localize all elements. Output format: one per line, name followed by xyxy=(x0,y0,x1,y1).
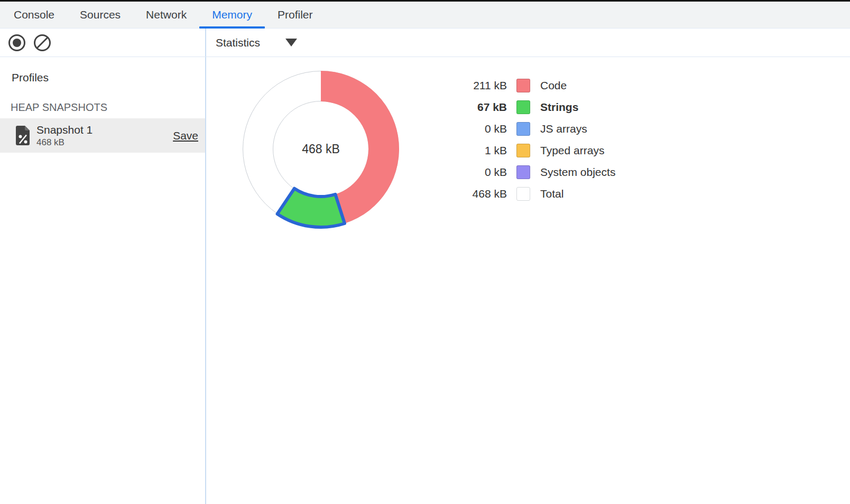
total-swatch-icon xyxy=(516,187,530,201)
perspective-select[interactable]: Statistics xyxy=(216,36,297,49)
heap-snapshots-section-label: HEAP SNAPSHOTS xyxy=(11,100,205,114)
tab-label: Profiler xyxy=(278,8,313,21)
legend-value: 67 kB xyxy=(433,101,507,114)
snapshot-size: 468 kB xyxy=(36,137,173,148)
typed-arrays-swatch-icon xyxy=(516,144,530,157)
legend-label: Total xyxy=(540,188,563,200)
legend-row-strings[interactable]: 67 kB Strings xyxy=(433,96,615,118)
heap-snapshot-document-icon xyxy=(15,125,31,146)
snapshot-name: Snapshot 1 xyxy=(36,123,173,137)
perspective-select-value: Statistics xyxy=(216,36,260,49)
snapshot-item[interactable]: Snapshot 1 468 kB Save xyxy=(0,118,205,153)
legend-value: 0 kB xyxy=(433,123,507,135)
profiles-sidebar: Profiles HEAP SNAPSHOTS Snapshot 1 468 k… xyxy=(0,57,206,504)
legend-value: 0 kB xyxy=(433,166,507,179)
tab-label: Console xyxy=(14,8,54,21)
tab-memory[interactable]: Memory xyxy=(199,2,265,28)
legend-label: Typed arrays xyxy=(540,144,604,157)
strings-swatch-icon xyxy=(516,100,530,114)
tab-label: Network xyxy=(146,8,187,21)
tab-sources[interactable]: Sources xyxy=(67,2,133,28)
profiles-toolbar xyxy=(0,29,206,57)
main-tabbar: Console Sources Network Memory Profiler xyxy=(0,2,850,29)
legend-label: Code xyxy=(540,79,567,92)
tab-console[interactable]: Console xyxy=(1,2,67,28)
legend-label: System objects xyxy=(540,166,615,179)
sidebar-title: Profiles xyxy=(12,71,205,85)
legend-row-total[interactable]: 468 kB Total xyxy=(433,183,615,204)
record-icon[interactable] xyxy=(7,33,26,52)
legend-row-system-objects[interactable]: 0 kB System objects xyxy=(433,161,615,183)
legend-value: 468 kB xyxy=(433,188,507,200)
legend-value: 1 kB xyxy=(433,144,507,157)
panel-body: Profiles HEAP SNAPSHOTS Snapshot 1 468 k… xyxy=(0,57,850,504)
statistics-panel: 468 kB 211 kB Code 67 kB Strings 0 kB JS… xyxy=(206,57,850,504)
tab-label: Sources xyxy=(80,8,121,21)
donut-svg xyxy=(239,67,403,231)
code-swatch-icon xyxy=(516,79,530,92)
heap-donut-chart[interactable]: 468 kB xyxy=(239,67,403,231)
panel-toolbar: Statistics xyxy=(0,29,850,57)
legend-label: JS arrays xyxy=(540,123,587,135)
chart-legend: 211 kB Code 67 kB Strings 0 kB JS arrays… xyxy=(433,74,615,204)
js-arrays-swatch-icon xyxy=(516,122,530,136)
legend-row-typed-arrays[interactable]: 1 kB Typed arrays xyxy=(433,139,615,161)
legend-row-js-arrays[interactable]: 0 kB JS arrays xyxy=(433,118,615,139)
snapshot-text: Snapshot 1 468 kB xyxy=(36,123,173,148)
statistics-toolbar: Statistics xyxy=(206,29,850,57)
dropdown-arrow-icon xyxy=(285,39,297,46)
legend-label: Strings xyxy=(540,101,578,114)
clear-all-icon[interactable] xyxy=(33,33,52,52)
tab-label: Memory xyxy=(212,8,252,21)
tab-network[interactable]: Network xyxy=(133,2,199,28)
save-link[interactable]: Save xyxy=(173,129,198,142)
legend-value: 211 kB xyxy=(433,79,507,92)
legend-row-code[interactable]: 211 kB Code xyxy=(433,74,615,96)
system-objects-swatch-icon xyxy=(516,165,530,179)
devtools-window: Console Sources Network Memory Profiler xyxy=(0,0,850,504)
tab-profiler[interactable]: Profiler xyxy=(265,2,326,28)
